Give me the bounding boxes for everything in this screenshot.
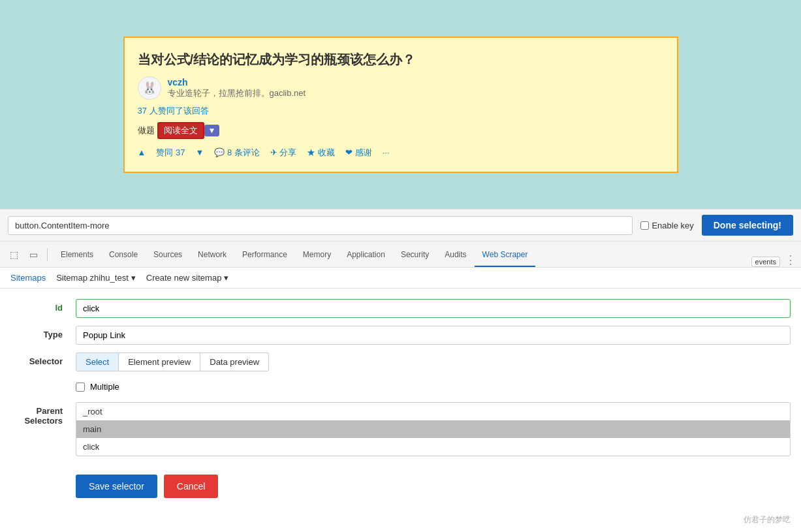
- read-full-btn[interactable]: 阅读全文: [157, 122, 204, 139]
- type-input[interactable]: [76, 326, 791, 345]
- multiple-row: Multiple: [0, 379, 801, 394]
- webpage-area: 当对公式/结论的记忆成为学习的瓶颈该怎么办？ 🐰 vczh 专业造轮子，拉黑抢前…: [0, 0, 801, 209]
- sitemap-nav: Sitemaps Sitemap zhihu_test ▾ Create new…: [0, 268, 801, 289]
- type-row: Type: [0, 326, 801, 345]
- selector-bar: Enable key Done selecting!: [0, 209, 801, 242]
- tab-memory[interactable]: Memory: [295, 243, 339, 267]
- comments-btn[interactable]: 💬 8 条评论: [214, 147, 259, 159]
- device-icon-btn[interactable]: ▭: [25, 246, 42, 263]
- read-more-row: 做题 阅读全文 ▼: [138, 122, 664, 139]
- tab-elements[interactable]: Elements: [53, 243, 101, 267]
- parent-item-root[interactable]: _root: [76, 403, 790, 420]
- cancel-btn[interactable]: Cancel: [164, 475, 219, 498]
- events-area: events: [742, 257, 785, 267]
- dropdown-arrow-icon: ▾: [131, 273, 136, 283]
- tab-application[interactable]: Application: [339, 243, 393, 267]
- tab-web-scraper[interactable]: Web Scraper: [475, 243, 536, 267]
- id-input[interactable]: [76, 299, 791, 318]
- parent-selectors-list: _root main click: [76, 402, 791, 456]
- tab-sources[interactable]: Sources: [146, 243, 190, 267]
- collect-btn[interactable]: ★ 收藏: [307, 147, 335, 159]
- create-new-sitemap[interactable]: Create new sitemap ▾: [146, 273, 229, 283]
- tab-performance[interactable]: Performance: [234, 243, 295, 267]
- parent-item-main[interactable]: main: [76, 420, 790, 438]
- card-title: 当对公式/结论的记忆成为学习的瓶颈该怎么办？: [138, 51, 664, 69]
- multiple-checkbox[interactable]: [76, 383, 85, 392]
- save-selector-btn[interactable]: Save selector: [76, 475, 157, 498]
- more-btn[interactable]: ···: [383, 148, 390, 157]
- form-area: Id Type Selector Select Element preview …: [0, 289, 801, 519]
- data-preview-tab[interactable]: Data preview: [200, 352, 269, 371]
- devtools-tabs: Elements Console Sources Network Perform…: [53, 242, 796, 267]
- devtools-header: ⬚ ▭ Elements Console Sources Network Per…: [0, 242, 801, 268]
- multiple-container: Multiple: [76, 379, 119, 394]
- selector-tabs: Select Element preview Data preview: [76, 352, 791, 371]
- author-name: vczh: [168, 77, 306, 87]
- tab-audits[interactable]: Audits: [437, 243, 474, 267]
- form-buttons: Save selector Cancel: [0, 464, 801, 509]
- multiple-label: Multiple: [90, 382, 119, 392]
- tab-network[interactable]: Network: [190, 243, 234, 267]
- parent-selectors-row: Parent Selectors _root main click: [0, 402, 801, 456]
- watermark: 仿君子的梦呓: [744, 514, 791, 525]
- vote-count[interactable]: 赞同 37: [156, 147, 185, 159]
- avatar: 🐰: [138, 76, 161, 100]
- id-row: Id: [0, 299, 801, 318]
- multiple-spacer: [10, 379, 76, 383]
- tab-security[interactable]: Security: [393, 243, 437, 267]
- inspect-icon-btn[interactable]: ⬚: [5, 246, 22, 263]
- author-desc: 专业造轮子，拉黑抢前排。gaclib.net: [168, 87, 306, 99]
- parent-item-click[interactable]: click: [76, 438, 790, 456]
- vote-up-icon: ▲: [138, 148, 146, 157]
- thanks-btn[interactable]: ❤ 感谢: [345, 147, 372, 159]
- selector-input[interactable]: [8, 216, 633, 235]
- select-tab[interactable]: Select: [76, 352, 119, 371]
- author-row: 🐰 vczh 专业造轮子，拉黑抢前排。gaclib.net: [138, 76, 664, 100]
- create-dropdown-arrow-icon: ▾: [224, 273, 228, 283]
- expand-arrow-btn[interactable]: ▼: [204, 125, 220, 136]
- sitemap-dropdown[interactable]: Sitemap zhihu_test ▾: [56, 273, 136, 283]
- sitemaps-link[interactable]: Sitemaps: [10, 273, 46, 283]
- selector-label: Selector: [10, 352, 76, 366]
- done-selecting-btn[interactable]: Done selecting!: [702, 215, 793, 236]
- content-card: 当对公式/结论的记忆成为学习的瓶颈该怎么办？ 🐰 vczh 专业造轮子，拉黑抢前…: [123, 37, 678, 173]
- read-label: 做题: [138, 125, 155, 136]
- enable-key-label: Enable key: [640, 221, 693, 230]
- events-badge: events: [751, 257, 780, 267]
- action-bar: ▲ 赞同 37 ▼ 💬 8 条评论 ✈ 分享 ★ 收藏 ❤ 感谢 ···: [138, 147, 664, 159]
- selector-row: Selector Select Element preview Data pre…: [0, 352, 801, 371]
- id-label: Id: [10, 299, 76, 313]
- tab-console[interactable]: Console: [101, 243, 146, 267]
- parent-selectors-label: Parent Selectors: [10, 402, 76, 426]
- resize-handle[interactable]: ⋮: [785, 253, 796, 267]
- element-preview-tab[interactable]: Element preview: [119, 352, 200, 371]
- separator: [47, 248, 48, 261]
- share-btn[interactable]: ✈ 分享: [270, 147, 297, 159]
- vote-down-icon: ▼: [195, 148, 204, 157]
- likes-text: 37 人赞同了该回答: [138, 105, 664, 117]
- type-label: Type: [10, 326, 76, 339]
- enable-key-checkbox[interactable]: [640, 221, 649, 230]
